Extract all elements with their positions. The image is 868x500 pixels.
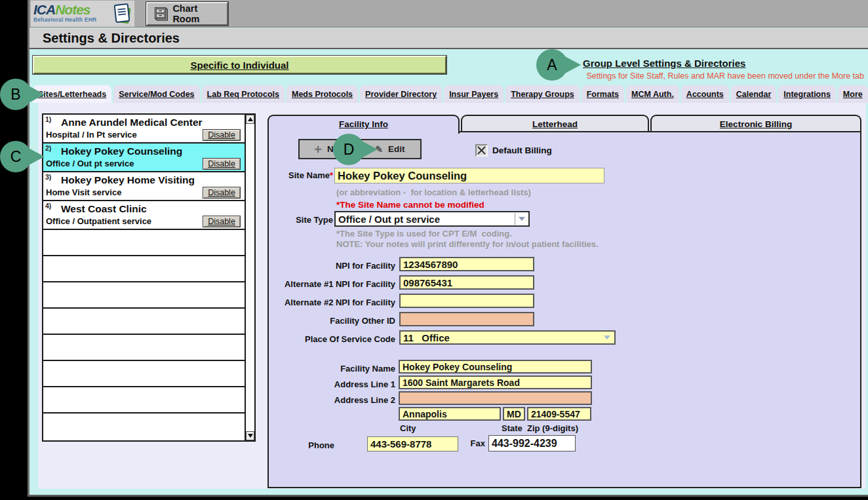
npi-field[interactable]: 1234567890: [399, 257, 534, 271]
tab-facility-info[interactable]: Facility Info: [267, 115, 460, 134]
plus-icon: +: [314, 144, 322, 155]
address1-field[interactable]: 1600 Saint Margarets Road: [399, 375, 592, 389]
page-title: Settings & Directories: [43, 31, 180, 46]
site-name: West Coast Clinic: [43, 201, 245, 216]
zip-field[interactable]: 21409-5547: [527, 407, 591, 421]
disable-button[interactable]: Disable: [203, 187, 241, 199]
tab-provider-directory[interactable]: Provider Directory: [360, 85, 442, 103]
site-number: 4): [45, 202, 51, 210]
up-arrow-icon: [248, 117, 253, 121]
site-type-hint-1: *The Site Type is used for CPT E/M codin…: [336, 229, 512, 239]
facility-info-panel: + New ✎ Edit Default Billing: [267, 131, 861, 488]
tab-accounts[interactable]: Accounts: [681, 85, 729, 103]
checkbox-x-icon: [477, 145, 486, 155]
chevron-down-icon: [519, 217, 525, 221]
other-id-label: Facility Other ID: [285, 316, 395, 326]
page-header-band: Settings & Directories: [30, 28, 868, 49]
disable-button[interactable]: Disable: [203, 129, 241, 141]
empty-list-row: [43, 256, 245, 282]
site-type-dropdown[interactable]: Office / Out pt service: [334, 211, 530, 227]
fax-field[interactable]: 443-992-4239: [488, 435, 576, 452]
pos-code-label: Place Of Service Code: [272, 334, 395, 344]
tab-lab-req-protocols[interactable]: Lab Req Protocols: [202, 85, 285, 103]
down-arrow-icon: [248, 434, 253, 438]
tab-mcm-auth[interactable]: MCM Auth.: [626, 85, 679, 103]
chevron-down-icon: [604, 336, 610, 339]
alt2-npi-label: Alternate #2 NPI for Facility: [275, 298, 395, 307]
address2-field[interactable]: [399, 391, 592, 405]
disable-button[interactable]: Disable: [203, 216, 241, 227]
site-list-item-2-selected[interactable]: 2) Hokey Pokey Counseling Office / Out p…: [43, 144, 245, 172]
tab-meds-protocols[interactable]: Meds Protocols: [286, 85, 358, 103]
empty-list-row: [43, 361, 245, 387]
site-list: 1) Anne Arundel Medical Center Hospital …: [42, 113, 256, 442]
edit-button[interactable]: ✎ Edit: [360, 140, 420, 158]
tab-specific-to-individual[interactable]: Specific to Individual: [33, 56, 446, 74]
tab-service-mod-codes[interactable]: Service/Mod Codes: [113, 85, 199, 103]
site-list-item-4[interactable]: 4) West Coast Clinic Office / Outpatient…: [43, 201, 245, 230]
site-type-label: Site Type: [275, 215, 333, 225]
content-area: 1) Anne Arundel Medical Center Hospital …: [38, 103, 866, 489]
tab-formats[interactable]: Formats: [582, 85, 624, 103]
alt1-npi-field[interactable]: 098765431: [399, 275, 534, 290]
site-service-type: Office / Outpatient service: [46, 216, 151, 226]
tab-more[interactable]: More: [838, 85, 868, 103]
phone-field[interactable]: 443-569-8778: [367, 436, 458, 452]
scroll-down-button[interactable]: [246, 431, 254, 440]
empty-list-row: [43, 230, 245, 256]
state-label: State: [502, 423, 528, 433]
tab-integrations[interactable]: Integrations: [778, 85, 836, 103]
pos-code-dropdown[interactable]: 11 Office: [399, 330, 616, 345]
site-name: Hokey Pokey Counseling: [43, 144, 245, 158]
settings-moved-notice: Settings for Site Staff, Rules and MAR h…: [586, 71, 864, 81]
site-name: Hokey Pokey Home Visiting: [43, 172, 245, 187]
site-name-hint: (or abbreviation - for location & letter…: [336, 187, 531, 197]
alt1-npi-label: Alternate #1 NPI for Facility: [275, 279, 395, 289]
address2-label: Address Line 2: [285, 395, 395, 405]
scroll-up-button[interactable]: [246, 115, 254, 124]
tab-therapy-groups[interactable]: Therapy Groups: [505, 85, 580, 103]
icanotes-logo: ICANotes Behavioral Health EHR: [31, 1, 134, 27]
site-list-item-1[interactable]: 1) Anne Arundel Medical Center Hospital …: [43, 115, 245, 144]
empty-list-row: [43, 335, 245, 361]
disable-button[interactable]: Disable: [203, 158, 241, 170]
screenshot-root: ICANotes Behavioral Health EHR: [0, 0, 868, 500]
default-billing-checkbox[interactable]: [475, 144, 488, 157]
tab-letterhead[interactable]: Letterhead: [461, 115, 649, 133]
site-list-item-3[interactable]: 3) Hokey Pokey Home Visiting Home Visit …: [43, 172, 245, 201]
empty-list-row: [43, 282, 245, 309]
clipboard-icon: [113, 3, 132, 24]
site-type-value: Office / Out pt service: [338, 214, 440, 225]
pos-code-chevron-button[interactable]: [601, 332, 614, 343]
phone-label: Phone: [308, 440, 334, 450]
fax-label: Fax: [464, 438, 485, 448]
site-type-chevron-button[interactable]: [515, 213, 528, 225]
site-name-label: Site Name*: [275, 170, 333, 180]
group-settings-tab-strip: Sites/Letterheads Service/Mod Codes Lab …: [33, 85, 868, 103]
site-list-scrollbar[interactable]: [245, 115, 254, 440]
city-field[interactable]: Annapolis: [399, 407, 501, 421]
zip-label: Zip (9-digits): [527, 423, 593, 433]
chart-room-label: Chart Room: [172, 3, 222, 24]
alt2-npi-field[interactable]: [399, 294, 534, 308]
site-number: 1): [45, 115, 51, 123]
tab-calendar[interactable]: Calendar: [731, 85, 777, 103]
tab-sites-letterheads[interactable]: Sites/Letterheads: [33, 85, 111, 103]
new-button[interactable]: + New: [300, 140, 360, 158]
site-list-rows: 1) Anne Arundel Medical Center Hospital …: [43, 115, 245, 440]
tab-insur-payers[interactable]: Insur Payers: [444, 85, 503, 103]
tab-group-level-settings[interactable]: Group Level Settings & Directories: [583, 58, 745, 69]
new-edit-toolbar: + New ✎ Edit: [298, 139, 422, 159]
chart-room-button[interactable]: Chart Room: [146, 2, 228, 26]
address1-label: Address Line 1: [285, 379, 395, 389]
facility-name-field[interactable]: Hokey Pokey Counseling: [399, 360, 592, 374]
tab-electronic-billing[interactable]: Electronic Billing: [650, 115, 861, 133]
state-field[interactable]: MD: [503, 407, 525, 421]
other-id-field[interactable]: [399, 312, 534, 326]
site-name: Anne Arundel Medical Center: [43, 115, 245, 129]
site-name-field[interactable]: Hokey Pokey Counseling: [334, 168, 604, 183]
npi-label: NPI for Facility: [285, 261, 395, 271]
site-service-type: Home Visit service: [46, 187, 121, 197]
default-billing-label: Default Billing: [492, 145, 552, 155]
logo-ica-text: ICA: [33, 2, 55, 17]
